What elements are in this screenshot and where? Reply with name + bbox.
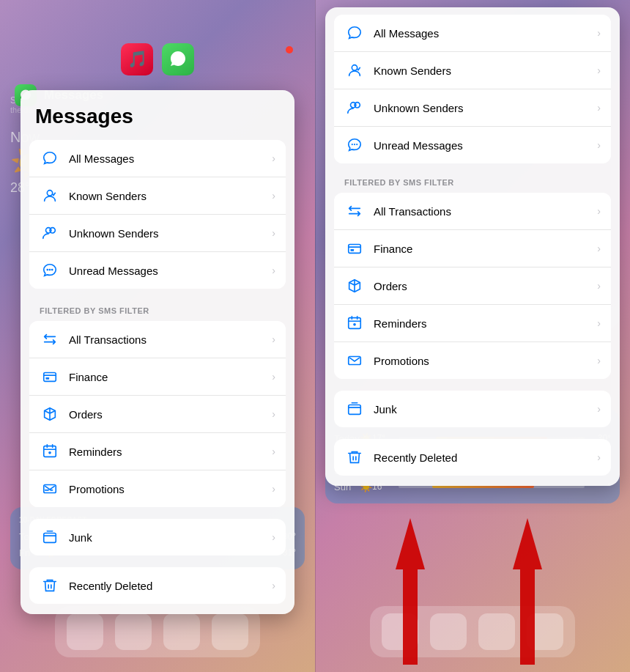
left-deleted-section: Recently Deleted › — [29, 567, 286, 604]
right-dock-icon-2 — [430, 613, 467, 650]
left-junk-label: Junk — [69, 531, 272, 544]
right-deleted-section: Recently Deleted › — [334, 439, 611, 476]
right-orders-icon — [344, 276, 365, 296]
right-all-messages-icon — [344, 23, 365, 43]
main-container: Sunny... the da... Now ☀️ 28° 10-DAY FOR… — [0, 0, 630, 672]
left-unread-messages-chevron: › — [272, 265, 275, 276]
left-item-all-messages[interactable]: All Messages › — [29, 140, 286, 177]
svg-rect-7 — [46, 377, 50, 380]
svg-point-0 — [47, 191, 52, 196]
right-item-known-senders[interactable]: Known Senders › — [334, 52, 611, 89]
left-item-known-senders[interactable]: Known Senders › — [29, 177, 286, 215]
svg-point-3 — [49, 269, 51, 271]
right-reminders-icon — [344, 313, 365, 333]
right-dock-icon-3 — [478, 613, 515, 650]
right-unknown-senders-label: Unknown Senders — [374, 102, 597, 114]
left-item-promotions[interactable]: Promotions › — [29, 470, 286, 507]
right-junk-section: Junk › — [334, 391, 611, 427]
left-item-orders[interactable]: Orders › — [29, 396, 286, 433]
right-junk-icon — [344, 399, 365, 419]
left-deleted-section-wrapper: Recently Deleted › — [21, 558, 294, 614]
right-known-senders-label: Known Senders — [374, 64, 597, 77]
right-unread-messages-icon — [344, 135, 365, 155]
svg-rect-21 — [349, 405, 361, 415]
right-unread-messages-chevron: › — [597, 139, 601, 151]
left-known-senders-label: Known Senders — [69, 190, 272, 202]
right-orders-label: Orders — [374, 280, 597, 292]
right-deleted-section-wrapper: Recently Deleted › — [325, 430, 620, 486]
music-app-icon[interactable]: 🎵 — [121, 43, 153, 75]
left-all-messages-chevron: › — [272, 152, 275, 164]
svg-rect-6 — [44, 373, 56, 382]
dock-icon-2 — [115, 613, 152, 650]
right-sms-filter-header: FILTERED BY SMS FILTER — [325, 169, 620, 190]
left-sms-filter-header: FILTERED BY SMS FILTER — [21, 298, 294, 318]
left-sms-section-wrapper: FILTERED BY SMS FILTER All Transactions … — [21, 292, 294, 507]
right-all-transactions-icon — [344, 201, 365, 221]
right-item-reminders[interactable]: Reminders › — [334, 305, 611, 342]
left-item-finance[interactable]: Finance › — [29, 358, 286, 396]
right-all-transactions-chevron: › — [597, 205, 601, 217]
svg-point-16 — [356, 144, 357, 145]
left-recently-deleted-chevron: › — [272, 580, 275, 591]
left-junk-section: Junk › — [29, 519, 286, 555]
right-item-orders[interactable]: Orders › — [334, 267, 611, 305]
svg-point-5 — [51, 269, 53, 271]
left-all-transactions-label: All Transactions — [69, 333, 272, 346]
left-item-unread-messages[interactable]: Unread Messages › — [29, 252, 286, 289]
right-item-junk[interactable]: Junk › — [334, 391, 611, 427]
left-recently-deleted-label: Recently Deleted — [69, 580, 272, 592]
left-orders-chevron: › — [272, 408, 275, 420]
left-item-all-transactions[interactable]: All Transactions › — [29, 321, 286, 358]
right-item-unknown-senders[interactable]: Unknown Senders › — [334, 89, 611, 127]
left-panel: Sunny... the da... Now ☀️ 28° 10-DAY FOR… — [0, 0, 315, 672]
right-item-promotions[interactable]: Promotions › — [334, 342, 611, 379]
right-item-all-messages[interactable]: All Messages › — [334, 15, 611, 52]
right-known-senders-icon — [344, 60, 365, 81]
svg-point-9 — [48, 451, 51, 454]
svg-rect-18 — [351, 249, 355, 251]
right-promotions-label: Promotions — [374, 355, 597, 367]
panel-divider — [315, 0, 316, 672]
right-unread-messages-label: Unread Messages — [374, 139, 597, 152]
left-item-reminders[interactable]: Reminders › — [29, 433, 286, 470]
left-item-unknown-senders[interactable]: Unknown Senders › — [29, 215, 286, 252]
right-dock — [370, 606, 575, 657]
left-all-messages-label: All Messages — [69, 152, 272, 165]
app-icons-row-left: 🎵 — [0, 40, 315, 78]
right-all-messages-chevron: › — [597, 27, 601, 39]
right-all-transactions-label: All Transactions — [374, 205, 597, 218]
right-recently-deleted-chevron: › — [597, 451, 601, 463]
reminders-icon — [40, 441, 60, 462]
left-menu-title: Messages — [21, 90, 294, 137]
left-sms-section: All Transactions › Finance › — [29, 321, 286, 507]
right-item-unread-messages[interactable]: Unread Messages › — [334, 127, 611, 163]
left-item-recently-deleted[interactable]: Recently Deleted › — [29, 567, 286, 604]
svg-point-20 — [353, 323, 356, 326]
all-transactions-icon — [40, 329, 60, 350]
svg-point-11 — [352, 65, 357, 70]
svg-rect-10 — [44, 533, 56, 543]
right-unknown-senders-chevron: › — [597, 102, 601, 114]
right-item-all-transactions[interactable]: All Transactions › — [334, 193, 611, 230]
messages-app-icon-left[interactable] — [162, 43, 194, 75]
left-all-transactions-chevron: › — [272, 333, 275, 345]
right-unknown-senders-icon — [344, 97, 365, 118]
right-item-recently-deleted[interactable]: Recently Deleted › — [334, 439, 611, 476]
left-item-junk[interactable]: Junk › — [29, 519, 286, 555]
svg-rect-17 — [349, 245, 361, 254]
right-recently-deleted-icon — [344, 447, 365, 468]
all-messages-icon — [40, 148, 60, 169]
svg-point-14 — [354, 144, 355, 145]
finance-icon — [40, 366, 60, 387]
left-context-menu: Messages All Messages › — [21, 90, 294, 614]
right-item-finance[interactable]: Finance › — [334, 230, 611, 267]
left-reminders-chevron: › — [272, 446, 275, 457]
right-orders-chevron: › — [597, 280, 601, 292]
right-all-messages-label: All Messages — [374, 27, 597, 40]
red-notification-dot — [286, 46, 293, 53]
unread-messages-icon — [40, 260, 60, 281]
left-unknown-senders-label: Unknown Senders — [69, 227, 272, 240]
right-context-menu: All Messages › Known Senders › — [325, 7, 620, 486]
svg-point-15 — [352, 144, 353, 145]
